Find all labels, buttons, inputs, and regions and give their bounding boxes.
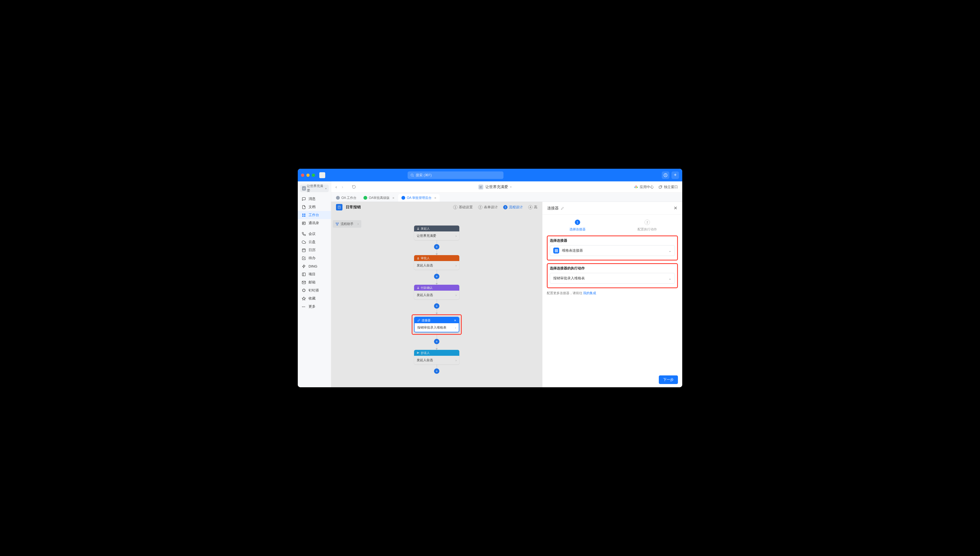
page-title: 日常报销 xyxy=(346,205,361,210)
close-icon[interactable]: × xyxy=(454,318,456,322)
breadcrumb: 让世界充满爱 xyxy=(485,184,508,189)
app-center-icon xyxy=(634,185,638,189)
panel-step-1[interactable]: 1 选择连接器 xyxy=(542,220,613,232)
svg-rect-9 xyxy=(302,249,305,252)
doc-icon xyxy=(302,205,306,209)
user-icon xyxy=(417,227,419,230)
my-integrations-link[interactable]: 我的集成 xyxy=(583,291,596,295)
sidebar-item-more[interactable]: ⋯更多 xyxy=(298,302,331,310)
canvas-area: 日常报销 1基础设置2表单设计3流程设计4高 流程助手 › xyxy=(331,202,542,387)
popout-icon xyxy=(658,185,662,189)
edit-button[interactable] xyxy=(561,207,564,210)
chevron-down-icon: ▾ xyxy=(510,186,511,188)
chat-icon xyxy=(302,197,306,201)
close-tab-icon[interactable]: × xyxy=(392,196,395,200)
close-tab-icon[interactable]: × xyxy=(434,196,437,200)
close-window[interactable] xyxy=(301,174,304,177)
panel-title: 连接器 xyxy=(547,206,559,211)
tab[interactable]: OA 审批管理后台× xyxy=(398,194,440,202)
wizard-step[interactable]: 1基础设置 xyxy=(453,205,473,210)
svg-rect-40 xyxy=(556,251,558,252)
app-center-button[interactable]: 应用中心 xyxy=(634,184,654,189)
toolbar: ‹ › 让世界充满爱 ▾ 应用中心 xyxy=(331,181,682,193)
chevron-right-icon: › xyxy=(456,358,457,362)
connector-select[interactable]: 维格表连接器 ⌄ xyxy=(550,245,675,256)
svg-point-0 xyxy=(411,174,413,176)
search-input[interactable]: 搜索 (⌘F) xyxy=(408,171,503,179)
org-switcher[interactable]: 让世界充满爱 ▾ xyxy=(300,184,329,192)
connector-icon xyxy=(553,247,559,254)
flow-node-approver[interactable]: 审批人 发起人自选› xyxy=(414,255,459,270)
add-node-button[interactable]: + xyxy=(434,339,439,344)
wizard-step[interactable]: 3流程设计 xyxy=(503,205,523,210)
tab[interactable]: OA 工作台 xyxy=(333,194,360,202)
history-button[interactable] xyxy=(662,171,669,179)
sidebar-item-calendar[interactable]: 日历 xyxy=(298,246,331,254)
search-placeholder: 搜索 (⌘F) xyxy=(416,173,432,178)
sidebar-item-grid[interactable]: 工作台 xyxy=(298,211,331,219)
svg-marker-19 xyxy=(636,186,638,188)
highlight-select-action: 选择连接器的执行动作 报销审批录入维格表 ⌄ xyxy=(547,263,678,288)
panel-step-2[interactable]: 2 配置执行动作 xyxy=(613,220,682,232)
sidebar-item-star[interactable]: 收藏 xyxy=(298,294,331,302)
svg-rect-4 xyxy=(304,213,305,215)
sidebar-item-puzzle[interactable]: 钉钉搭 xyxy=(298,286,331,294)
page-icon xyxy=(336,204,343,210)
svg-rect-6 xyxy=(304,215,305,217)
next-button[interactable]: 下一步 xyxy=(659,375,678,384)
add-button[interactable]: + xyxy=(671,171,679,179)
grid-icon xyxy=(302,213,306,217)
highlight-connector: 连接器 × 报销审批录入维格表› xyxy=(412,314,462,335)
flow-node-connector[interactable]: 连接器 × 报销审批录入维格表› xyxy=(414,317,459,332)
puzzle-icon xyxy=(302,288,306,293)
sidebar-item-ding[interactable]: DING xyxy=(298,262,331,270)
add-node-button[interactable]: + xyxy=(434,303,439,309)
maximize-window[interactable] xyxy=(312,174,315,177)
svg-line-1 xyxy=(413,176,414,176)
nav-forward[interactable]: › xyxy=(342,184,343,189)
sidebar-item-mail[interactable]: 邮箱 xyxy=(298,278,331,286)
tab[interactable]: OA审批高级版× xyxy=(360,194,398,202)
user-icon xyxy=(417,286,419,289)
sidebar-item-todo[interactable]: 待办 xyxy=(298,254,331,262)
svg-point-30 xyxy=(417,228,418,228)
add-node-button[interactable]: + xyxy=(434,369,439,374)
flow-node-initiator[interactable]: 发起人 让世界充满爱› xyxy=(414,226,459,240)
wizard-step[interactable]: 2表单设计 xyxy=(478,205,498,210)
project-icon xyxy=(302,272,306,276)
svg-rect-37 xyxy=(555,249,556,250)
add-node-button[interactable]: + xyxy=(434,244,439,249)
new-window-button[interactable]: 独立窗口 xyxy=(658,184,678,189)
titlebar: 搜索 (⌘F) + xyxy=(298,169,682,181)
svg-marker-18 xyxy=(634,186,636,188)
todo-icon xyxy=(302,256,306,260)
sidebar-item-doc[interactable]: 文档 xyxy=(298,203,331,211)
sidebar-item-project[interactable]: 项目 xyxy=(298,270,331,278)
chevron-right-icon: › xyxy=(456,234,457,238)
chevron-down-icon: ⌄ xyxy=(668,276,671,280)
send-icon xyxy=(417,351,419,354)
action-select[interactable]: 报销审批录入维格表 ⌄ xyxy=(550,273,675,284)
sidebar-item-phone[interactable]: 会议 xyxy=(298,230,331,238)
close-panel-button[interactable]: ✕ xyxy=(674,205,678,211)
flow-node-payment[interactable]: 付款确认 发起人自选› xyxy=(414,285,459,299)
wizard-step[interactable]: 4高 xyxy=(528,205,537,210)
org-icon xyxy=(302,186,306,191)
ding-icon xyxy=(302,264,306,268)
sidebar-item-chat[interactable]: 消息 xyxy=(298,195,331,203)
tabs-strip: OA 工作台OA审批高级版×OA 审批管理后台× xyxy=(331,193,682,202)
minimize-window[interactable] xyxy=(306,174,310,177)
svg-rect-13 xyxy=(302,273,305,276)
add-node-button[interactable]: + xyxy=(434,274,439,279)
org-name: 让世界充满爱 xyxy=(307,184,324,193)
clock-icon xyxy=(663,173,668,177)
refresh-button[interactable] xyxy=(352,185,356,189)
user-icon xyxy=(417,257,419,259)
chevron-down-icon: ▾ xyxy=(325,187,327,190)
svg-point-34 xyxy=(417,287,418,288)
sidebar-item-cloud[interactable]: 云盘 xyxy=(298,238,331,246)
flow-node-cc[interactable]: 抄送人 发起人自选› xyxy=(414,350,459,364)
sidebar-item-contacts[interactable]: 通讯录 xyxy=(298,219,331,227)
nav-back[interactable]: ‹ xyxy=(335,184,337,189)
avatar[interactable] xyxy=(319,172,325,178)
